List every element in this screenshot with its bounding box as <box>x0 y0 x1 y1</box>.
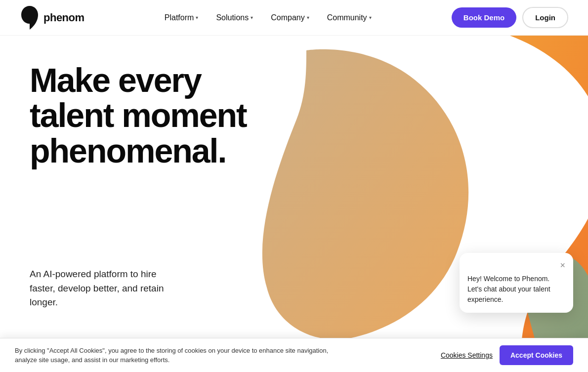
cookie-banner-text: By clicking "Accept All Cookies", you ag… <box>15 346 341 365</box>
company-chevron-icon: ▾ <box>307 15 309 20</box>
chat-popup: × Hey! Welcome to Phenom. Let's chat abo… <box>460 253 573 313</box>
cookie-actions: Cookies Settings Accept Cookies <box>441 345 573 365</box>
cookies-settings-button[interactable]: Cookies Settings <box>441 351 493 359</box>
hero-decoration <box>257 36 588 372</box>
nav-platform[interactable]: Platform ▾ <box>158 9 206 26</box>
phenom-logo-icon <box>20 5 40 31</box>
hero-subtext: An AI-powered platform to hire faster, d… <box>30 267 183 310</box>
nav-company[interactable]: Company ▾ <box>264 9 316 26</box>
chat-close-button[interactable]: × <box>560 261 565 270</box>
community-chevron-icon: ▾ <box>369 15 372 20</box>
login-button[interactable]: Login <box>522 7 568 28</box>
accept-cookies-button[interactable]: Accept Cookies <box>500 345 573 365</box>
solutions-chevron-icon: ▾ <box>251 15 253 20</box>
platform-chevron-icon: ▾ <box>196 15 198 20</box>
nav-links: Platform ▾ Solutions ▾ Company ▾ Communi… <box>158 9 378 26</box>
hero-headline: Make every talent moment phenomenal. <box>30 63 247 168</box>
book-demo-button[interactable]: Book Demo <box>452 7 516 28</box>
chat-popup-message: Hey! Welcome to Phenom. Let's chat about… <box>467 274 565 305</box>
logo[interactable]: phenom <box>20 5 84 31</box>
navbar: phenom Platform ▾ Solutions ▾ Company ▾ … <box>0 0 588 36</box>
hero-section: Make every talent moment phenomenal. An … <box>0 36 588 372</box>
nav-solutions[interactable]: Solutions ▾ <box>209 9 260 26</box>
chat-popup-header: × <box>467 261 565 270</box>
hero-text-block: Make every talent moment phenomenal. An … <box>30 63 247 310</box>
nav-actions: Book Demo Login <box>452 7 568 28</box>
cookie-banner: By clicking "Accept All Cookies", you ag… <box>0 338 588 372</box>
nav-community[interactable]: Community ▾ <box>320 9 378 26</box>
phenom-logo-text: phenom <box>43 11 84 24</box>
